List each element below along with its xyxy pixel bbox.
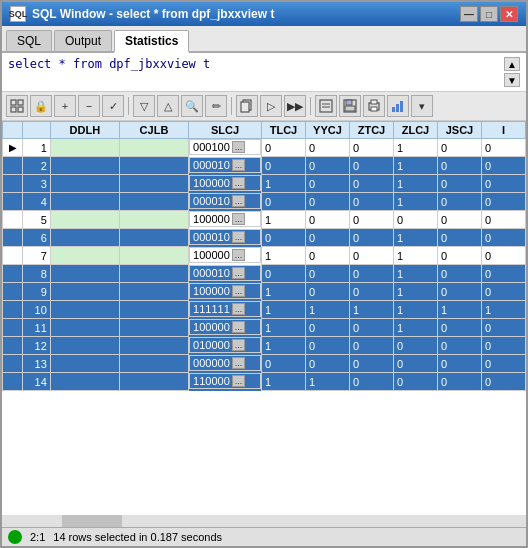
lock-button[interactable]: 🔒	[30, 95, 52, 117]
col-extra-header[interactable]: I	[481, 122, 525, 139]
search-button[interactable]: 🔍	[181, 95, 203, 117]
cell-cjlb	[119, 247, 188, 265]
col-num-header	[23, 122, 51, 139]
table-row[interactable]: 11100000...100100	[3, 319, 526, 337]
cursor-position: 2:1	[30, 531, 45, 543]
table-row[interactable]: 3100000...100100	[3, 175, 526, 193]
cell-tlcj: 0	[261, 193, 305, 211]
save-button[interactable]	[339, 95, 361, 117]
table-row[interactable]: 2000010...000100	[3, 157, 526, 175]
col-jscj-header[interactable]: JSCJ	[437, 122, 481, 139]
row-number: 5	[23, 211, 51, 229]
cell-extra: 0	[481, 157, 525, 175]
table-row[interactable]: 8000010...000100	[3, 265, 526, 283]
scroll-up-button[interactable]: ▲	[504, 57, 520, 71]
cell-ddlh	[50, 337, 119, 355]
tab-statistics[interactable]: Statistics	[114, 30, 189, 53]
cell-slcj: 010000...	[189, 337, 261, 353]
cell-jscj: 0	[437, 175, 481, 193]
cell-tlcj: 1	[261, 373, 305, 391]
separator-3	[310, 97, 311, 115]
table-row[interactable]: 14110000...110000	[3, 373, 526, 391]
table-row[interactable]: 9100000...100100	[3, 283, 526, 301]
cell-slcj: 100000...	[189, 175, 261, 191]
col-tlcj-header[interactable]: TLCJ	[261, 122, 305, 139]
grid-view-button[interactable]	[6, 95, 28, 117]
horizontal-scrollbar[interactable]	[2, 515, 526, 527]
cell-jscj: 0	[437, 139, 481, 157]
maximize-button[interactable]: □	[480, 6, 498, 22]
cell-slcj: 100000...	[189, 319, 261, 335]
dots-button[interactable]: ...	[232, 177, 246, 189]
copy-button[interactable]	[236, 95, 258, 117]
data-table-container[interactable]: DDLH CJLB SLCJ TLCJ YYCJ ZTCJ ZLCJ JSCJ …	[2, 121, 526, 515]
dots-button[interactable]: ...	[232, 267, 246, 279]
col-yycj-header[interactable]: YYCJ	[305, 122, 349, 139]
table-row[interactable]: 10111111...111111	[3, 301, 526, 319]
table-row[interactable]: 13000000...000000	[3, 355, 526, 373]
col-cjlb-header[interactable]: CJLB	[119, 122, 188, 139]
col-slcj-header[interactable]: SLCJ	[189, 122, 262, 139]
cell-extra: 0	[481, 373, 525, 391]
dots-button[interactable]: ...	[232, 339, 246, 351]
dots-button[interactable]: ...	[232, 213, 246, 225]
remove-button[interactable]: −	[78, 95, 100, 117]
sort-button[interactable]: △	[157, 95, 179, 117]
col-ddlh-header[interactable]: DDLH	[50, 122, 119, 139]
cell-yycj: 0	[305, 229, 349, 247]
chart-button[interactable]	[387, 95, 409, 117]
minimize-button[interactable]: —	[460, 6, 478, 22]
cell-ztcj: 0	[349, 373, 393, 391]
cell-ztcj: 0	[349, 337, 393, 355]
scroll-down-button[interactable]: ▼	[504, 73, 520, 87]
dots-button[interactable]: ...	[232, 159, 246, 171]
tab-sql[interactable]: SQL	[6, 30, 52, 51]
cell-ddlh	[50, 319, 119, 337]
add-button[interactable]: +	[54, 95, 76, 117]
play-button[interactable]: ▷	[260, 95, 282, 117]
status-bar: 2:1 14 rows selected in 0.187 seconds	[2, 527, 526, 546]
dots-button[interactable]: ...	[232, 357, 246, 369]
cell-tlcj: 1	[261, 337, 305, 355]
table-row[interactable]: 5100000...100000	[3, 211, 526, 229]
close-button[interactable]: ✕	[500, 6, 518, 22]
cell-ddlh	[50, 193, 119, 211]
cell-zlcj: 1	[393, 193, 437, 211]
cell-ztcj: 0	[349, 265, 393, 283]
confirm-button[interactable]: ✓	[102, 95, 124, 117]
table-row[interactable]: 12010000...100000	[3, 337, 526, 355]
table-row[interactable]: 7100000...100100	[3, 247, 526, 265]
dots-button[interactable]: ...	[232, 249, 246, 261]
col-zlcj-header[interactable]: ZLCJ	[393, 122, 437, 139]
dots-button[interactable]: ...	[232, 195, 246, 207]
svg-rect-10	[346, 100, 352, 105]
table-row[interactable]: 6000010...000100	[3, 229, 526, 247]
dots-button[interactable]: ...	[232, 141, 246, 153]
query-text[interactable]: select * from dpf_jbxxview t	[8, 57, 504, 71]
row-arrow	[3, 157, 23, 175]
cell-jscj: 0	[437, 157, 481, 175]
cell-ztcj: 0	[349, 283, 393, 301]
row-arrow	[3, 319, 23, 337]
table-row[interactable]: ▶1000100...000100	[3, 139, 526, 157]
edit-button[interactable]: ✏	[205, 95, 227, 117]
filter-button[interactable]: ▽	[133, 95, 155, 117]
more-button[interactable]: ▾	[411, 95, 433, 117]
row-arrow	[3, 247, 23, 265]
print-button[interactable]	[363, 95, 385, 117]
cell-extra: 0	[481, 193, 525, 211]
col-ztcj-header[interactable]: ZTCJ	[349, 122, 393, 139]
cell-slcj: 100000...	[189, 283, 261, 299]
table-row[interactable]: 4000010...000100	[3, 193, 526, 211]
dots-button[interactable]: ...	[232, 321, 246, 333]
cell-ddlh	[50, 301, 119, 319]
svg-rect-1	[18, 100, 23, 105]
cell-extra: 0	[481, 175, 525, 193]
tab-output[interactable]: Output	[54, 30, 112, 51]
fast-forward-button[interactable]: ▶▶	[284, 95, 306, 117]
dots-button[interactable]: ...	[232, 303, 246, 315]
export-button[interactable]	[315, 95, 337, 117]
dots-button[interactable]: ...	[232, 231, 246, 243]
dots-button[interactable]: ...	[232, 285, 246, 297]
dots-button[interactable]: ...	[232, 375, 246, 387]
